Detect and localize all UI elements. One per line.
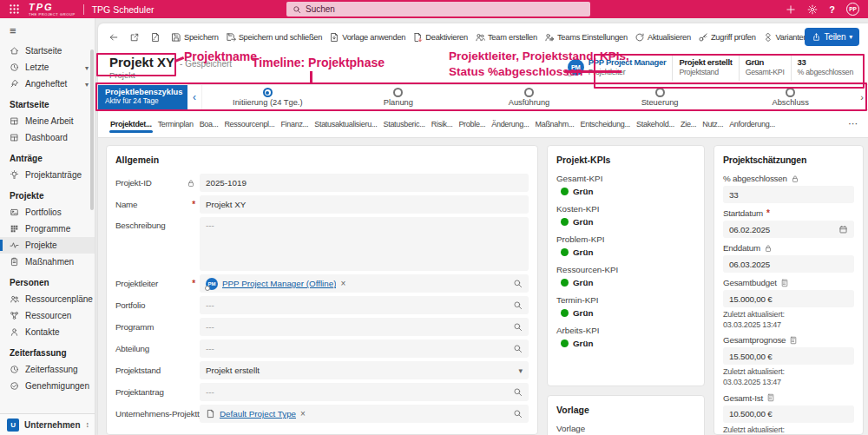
back-button[interactable] (105, 28, 122, 47)
save-close-button[interactable]: Speichern und schließen (222, 28, 326, 47)
stage-initiierung[interactable]: Initiierung (24 Tge.) (202, 85, 333, 109)
calendar-icon[interactable] (838, 225, 848, 234)
stat-value[interactable]: PPP Project Manager (589, 57, 667, 68)
tab-probleme[interactable]: Proble... (457, 113, 486, 135)
projekttyp-link[interactable]: Default Project Type (220, 409, 296, 419)
tab-massnahmen[interactable]: Maßnahm... (534, 113, 575, 135)
add-icon[interactable] (786, 4, 796, 15)
field-label: Projektleiter (115, 279, 158, 288)
sidebar-item-angeheftet[interactable]: Angeheftet ▾ (0, 76, 95, 92)
tab-risiken[interactable]: Risik... (431, 113, 454, 135)
sidebar-item-dashboard[interactable]: Dashboard (0, 129, 95, 146)
variants-button[interactable]: Varianten (760, 28, 812, 47)
name-input[interactable]: Projekt XY (200, 195, 529, 214)
kpi-gesamt: Gesamt-KPI Grün (556, 174, 695, 196)
sidebar-item-portfolios[interactable]: Portfolios (0, 204, 95, 221)
tab-finanzen[interactable]: Finanz... (279, 113, 309, 135)
stat-projektleiter[interactable]: PM PPP Project Manager Projektleiter (562, 55, 673, 81)
sidebar-item-programme[interactable]: Programme (0, 221, 95, 237)
field-label: Unternehmens-Projekttyp (115, 409, 207, 419)
tab-board[interactable]: Boa... (199, 113, 220, 135)
hamburger-icon[interactable]: ≡ (0, 18, 95, 41)
help-icon[interactable]: ? (829, 4, 835, 15)
startdatum-input[interactable]: 06.02.2025 (723, 221, 854, 238)
search-icon[interactable] (513, 279, 523, 288)
chevron-left-icon[interactable]: ‹ (187, 85, 202, 109)
tab-stakeholder[interactable]: Stakehold... (635, 113, 675, 135)
popout-button[interactable] (126, 28, 143, 47)
search-icon[interactable] (513, 300, 523, 310)
user-avatar[interactable]: PP (846, 3, 859, 16)
portfolio-lookup[interactable]: --- (200, 296, 529, 314)
abteilung-lookup[interactable]: --- (200, 339, 529, 358)
save-button[interactable]: Speichern (168, 28, 222, 47)
deactivate-button[interactable]: Deaktivieren (409, 28, 471, 47)
search-icon[interactable] (513, 409, 523, 419)
abgeschlossen-input[interactable]: 33 (723, 186, 854, 203)
stage-abschluss[interactable]: Abschluss (725, 85, 856, 109)
projektstand-select[interactable]: Projekt erstellt ▾ (200, 361, 529, 379)
sidebar-item-genehmigungen[interactable]: Genehmigungen (0, 378, 95, 394)
command-bar: Speichern Speichern und schließen Vorlag… (98, 23, 868, 50)
sidebar-item-startseite[interactable]: Startseite (0, 43, 95, 59)
chevron-right-icon[interactable]: › (856, 85, 868, 109)
beschreibung-input[interactable]: --- (200, 217, 529, 271)
sidebar-item-massnahmen[interactable]: Maßnahmen (0, 254, 95, 270)
projekttyp-lookup[interactable]: Default Project Type × (200, 405, 529, 423)
process-name-box[interactable]: Projektlebenszyklus Aktiv für 24 Tage (98, 85, 187, 109)
teams-settings-label: Teams Einstellungen (557, 33, 628, 42)
refresh-button[interactable]: Aktualisieren (631, 28, 694, 47)
create-team-button[interactable]: Team erstellen (471, 28, 541, 47)
stage-planung[interactable]: Planung (333, 85, 464, 109)
tabs-overflow-icon[interactable]: ⋯ (846, 118, 859, 129)
tab-anforderungen[interactable]: Anforderung... (728, 113, 776, 135)
sidebar-item-meine-arbeit[interactable]: Meine Arbeit (0, 113, 95, 129)
search-icon[interactable] (513, 322, 523, 332)
org-switcher[interactable]: U Unternehmen ↕ (0, 413, 95, 435)
chevron-down-icon[interactable]: ▾ (85, 64, 89, 71)
tab-nutzen[interactable]: Nutz... (701, 113, 724, 135)
gesamt-ist-input[interactable]: 10.500,00 € (723, 405, 854, 423)
share-button[interactable]: Teilen ▾ (805, 28, 859, 46)
global-search-input[interactable]: Suchen (286, 2, 590, 16)
sidebar-item-ressourcenplaene[interactable]: Ressourcenpläne (0, 291, 95, 307)
sidebar-item-projekte[interactable]: Projekte (0, 237, 95, 254)
projektleiter-link[interactable]: PPP Project Manager (Offline) (222, 279, 336, 288)
tab-terminplan[interactable]: Terminplan (157, 113, 194, 135)
chevron-down-icon[interactable]: ▾ (85, 81, 89, 88)
sidebar-item-letzte[interactable]: Letzte ▾ (0, 59, 95, 76)
tab-statusbericht[interactable]: Statusberic... (382, 113, 425, 135)
remove-icon[interactable]: × (340, 279, 345, 288)
form-button[interactable] (147, 28, 164, 47)
tab-ziele[interactable]: Zie... (680, 113, 697, 135)
apply-template-button[interactable]: Vorlage anwenden (326, 28, 409, 47)
waffle-menu-icon[interactable] (9, 3, 20, 15)
sidebar-item-ressourcen[interactable]: Ressourcen (0, 307, 95, 324)
sidebar-item-kontakte[interactable]: Kontakte (0, 324, 95, 340)
tab-ressourcenplan[interactable]: Ressourcenpl... (223, 113, 275, 135)
remove-icon[interactable]: × (300, 409, 306, 419)
projekt-id-input[interactable]: 2025-1019 (200, 174, 529, 192)
stage-steuerung[interactable]: Steuerung (595, 85, 726, 109)
projektleiter-lookup[interactable]: PM PPP Project Manager (Offline) × (200, 274, 529, 293)
tab-entscheidungen[interactable]: Entscheidung... (580, 113, 632, 135)
sidebar-item-label: Zeiterfassung (25, 365, 78, 374)
sidebar-scrollbar[interactable] (90, 49, 94, 210)
tab-statusaktualisierung[interactable]: Statusaktualisieru... (313, 113, 378, 135)
gesamtprognose-input[interactable]: 15.500,00 € (723, 347, 854, 365)
stat-gesamt-kpi: Grün Gesamt-KPI (739, 55, 791, 81)
tab-aenderungen[interactable]: Änderung... (490, 113, 529, 135)
search-icon[interactable] (513, 344, 523, 353)
enddatum-input[interactable]: 06.03.2025 (723, 255, 854, 273)
tab-projektdetails[interactable]: Projektdet... (109, 113, 153, 135)
gear-icon[interactable] (807, 4, 818, 15)
sidebar-item-projektantraege[interactable]: Projektanträge (0, 167, 95, 183)
projektantrag-lookup[interactable]: --- (200, 383, 529, 401)
check-access-button[interactable]: Zugriff prüfen (694, 28, 760, 47)
stage-ausfuehrung[interactable]: Ausführung (464, 85, 595, 109)
search-icon[interactable] (513, 387, 523, 397)
sidebar-item-zeiterfassung[interactable]: Zeiterfassung (0, 361, 95, 378)
gesamtbudget-input[interactable]: 15.000,00 € (723, 290, 854, 307)
programm-lookup[interactable]: --- (200, 318, 529, 336)
teams-settings-button[interactable]: Teams Einstellungen (541, 28, 631, 47)
